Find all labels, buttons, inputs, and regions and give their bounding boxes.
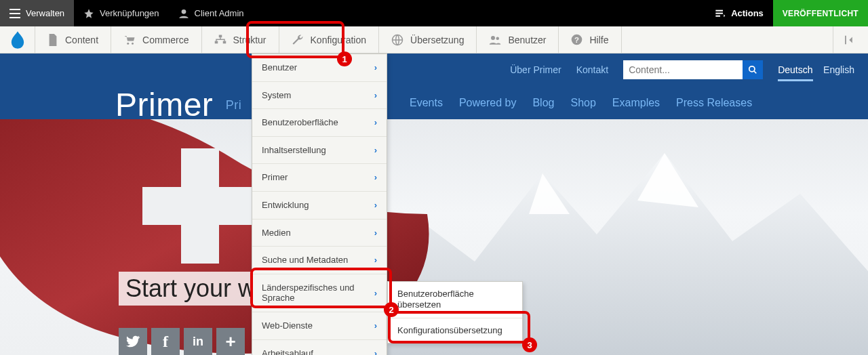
nav-press[interactable]: Press Releases <box>676 97 752 109</box>
dropdown-dev[interactable]: Entwicklung› <box>252 192 387 220</box>
toolbar-collapse[interactable] <box>833 26 868 53</box>
users-icon <box>489 35 501 45</box>
regional-submenu: Benutzeroberfläche übersetzen Konfigurat… <box>387 281 523 343</box>
toolbar-item-label: Commerce <box>142 35 189 45</box>
search-input[interactable] <box>623 60 743 79</box>
user-link[interactable]: Client Admin <box>169 0 254 26</box>
toolbar-item-label: Übersetzung <box>410 35 464 45</box>
nav-poweredby[interactable]: Powered by <box>459 97 517 109</box>
brand-text: Primer <box>115 87 213 123</box>
submenu-label: Konfigurationsübersetzung <box>397 325 502 335</box>
social-linkedin[interactable]: in <box>184 328 212 355</box>
social-facebook[interactable]: f <box>151 328 180 355</box>
commerce-icon <box>123 35 136 45</box>
lang-en[interactable]: English <box>823 64 854 79</box>
dropdown-search[interactable]: Suche und Metadaten› <box>252 247 387 274</box>
twitter-icon <box>126 335 140 348</box>
toolbar-item-label: Struktur <box>233 35 267 45</box>
svg-rect-17 <box>845 35 846 44</box>
social-more[interactable]: + <box>216 328 245 355</box>
structure-icon <box>214 35 226 45</box>
toolbar-item-label: Konfiguration <box>311 35 367 45</box>
hamburger-icon <box>9 9 20 18</box>
star-icon <box>83 8 94 19</box>
chevron-right-icon: › <box>374 320 377 331</box>
dropdown-workflow[interactable]: Arbeitsablauf› <box>252 340 387 355</box>
nav-blog[interactable]: Blog <box>532 97 554 109</box>
chevron-right-icon: › <box>374 117 377 128</box>
dropdown-ui[interactable]: Benutzeroberfläche› <box>252 109 387 137</box>
toolbar-help[interactable]: ? Hilfe <box>559 26 621 53</box>
language-switch: Deutsch English <box>778 64 854 75</box>
social-twitter[interactable] <box>119 328 147 355</box>
dropdown-label: Benutzer <box>262 62 297 73</box>
shortcuts-link[interactable]: Verknüpfungen <box>74 0 168 26</box>
toolbar-commerce[interactable]: Commerce <box>111 26 201 53</box>
actions-icon <box>715 8 726 19</box>
chevron-right-icon: › <box>374 255 377 266</box>
svg-rect-2 <box>9 17 20 18</box>
user-icon <box>178 8 189 19</box>
actions-label: Actions <box>731 8 764 18</box>
user-label: Client Admin <box>195 8 244 18</box>
brand-title: Primer Pri <box>115 86 241 123</box>
dropdown-benutzer[interactable]: Benutzer› <box>252 54 387 82</box>
drupal-icon <box>10 31 25 49</box>
chevron-right-icon: › <box>374 172 377 183</box>
dropdown-webservices[interactable]: Web-Dienste› <box>252 312 387 340</box>
svg-text:?: ? <box>575 36 580 44</box>
dropdown-label: Medien <box>262 228 291 238</box>
dropdown-label: Entwicklung <box>262 200 309 211</box>
nav-shop[interactable]: Shop <box>570 97 595 109</box>
toolbar-configuration[interactable]: Konfiguration <box>279 26 380 53</box>
toolbar-item-label: Benutzer <box>508 35 546 45</box>
toolbar-content[interactable]: Content <box>35 26 111 53</box>
svg-rect-1 <box>9 13 20 14</box>
svg-rect-11 <box>222 41 226 43</box>
chevron-right-icon: › <box>374 348 377 355</box>
toolbar-users[interactable]: Benutzer <box>477 26 559 53</box>
dropdown-label: Web-Dienste <box>262 320 313 331</box>
svg-rect-10 <box>214 41 218 43</box>
lang-de[interactable]: Deutsch <box>778 64 812 81</box>
manage-toggle[interactable]: Verwalten <box>0 0 74 26</box>
hero-headline: Start your w <box>119 272 262 306</box>
dropdown-system[interactable]: System› <box>252 82 387 110</box>
svg-rect-9 <box>218 35 222 37</box>
actions-button[interactable]: Actions <box>705 8 773 19</box>
svg-rect-6 <box>715 15 720 16</box>
svg-point-7 <box>127 42 129 44</box>
dropdown-primer[interactable]: Primer› <box>252 164 387 192</box>
submenu-ui-translate[interactable]: Benutzeroberfläche übersetzen <box>388 282 522 318</box>
chevron-right-icon: › <box>374 228 377 238</box>
drupal-logo[interactable] <box>0 26 35 53</box>
published-badge: VERÖFFENTLICHT <box>773 0 868 26</box>
toolbar-structure[interactable]: Struktur <box>202 26 279 53</box>
search-icon <box>748 65 757 75</box>
dropdown-label: Suche und Metadaten <box>262 255 348 266</box>
dropdown-content-creation[interactable]: Inhaltserstellung› <box>252 137 387 165</box>
social-row: f in + <box>119 328 245 355</box>
nav-events[interactable]: Events <box>410 97 443 109</box>
top-link-about[interactable]: Über Primer <box>510 64 561 75</box>
globe-icon <box>391 34 403 46</box>
toolbar-translate[interactable]: Übersetzung <box>379 26 477 53</box>
nav-examples[interactable]: Examples <box>612 97 660 109</box>
svg-rect-4 <box>715 9 723 11</box>
admin-toolbar: Content Commerce Struktur Konfiguration … <box>0 26 868 54</box>
admin-topbar: Verwalten Verknüpfungen Client Admin Act… <box>0 0 868 26</box>
dropdown-regional[interactable]: Länderspezifisches und Sprache› <box>252 274 387 312</box>
dropdown-label: System <box>262 90 291 101</box>
manage-label: Verwalten <box>26 8 64 18</box>
submenu-config-translate[interactable]: Konfigurationsübersetzung <box>388 318 522 343</box>
svg-rect-5 <box>715 12 723 14</box>
wrench-icon <box>292 34 304 46</box>
dropdown-label: Länderspezifisches und Sprache <box>262 283 374 304</box>
dropdown-media[interactable]: Medien› <box>252 220 387 247</box>
search-button[interactable] <box>743 60 763 79</box>
top-link-contact[interactable]: Kontakt <box>576 64 608 75</box>
svg-point-13 <box>491 36 495 40</box>
plus-icon: + <box>225 331 235 352</box>
site-header: Über Primer Kontakt Deutsch English Prim… <box>0 54 868 119</box>
svg-point-14 <box>496 37 500 40</box>
